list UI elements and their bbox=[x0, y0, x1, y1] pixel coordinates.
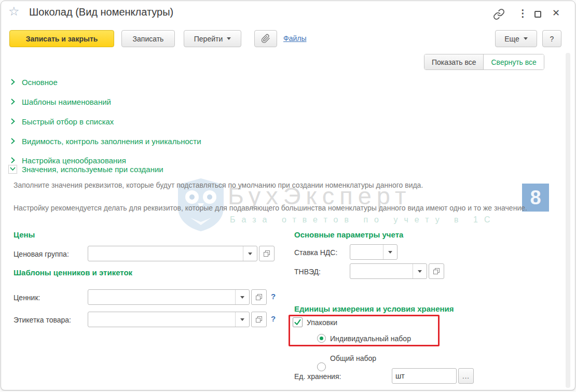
storage-unit-input[interactable] bbox=[392, 369, 456, 383]
goto-button[interactable]: Перейти bbox=[184, 30, 241, 47]
open-list-icon bbox=[255, 293, 263, 301]
chevron-right-icon bbox=[9, 118, 16, 125]
save-and-close-label: Записать и закрыть bbox=[26, 35, 98, 43]
chevron-focus-box bbox=[8, 165, 17, 174]
attachments-button[interactable] bbox=[254, 30, 277, 47]
vat-rate-label: Ставка НДС: bbox=[294, 248, 337, 257]
packages-label[interactable]: Упаковки bbox=[307, 318, 337, 327]
storage-unit-field[interactable] bbox=[392, 368, 457, 384]
product-label-label: Этикетка товара: bbox=[13, 316, 71, 324]
chevron-down-icon bbox=[248, 253, 252, 255]
tag-templates-heading: Шаблоны ценников и этикеток bbox=[13, 268, 132, 277]
open-list-icon bbox=[263, 250, 270, 257]
price-tag-open-button[interactable] bbox=[251, 289, 267, 305]
chevron-right-icon bbox=[9, 78, 16, 86]
open-list-icon bbox=[255, 316, 263, 323]
favorite-star-icon[interactable]: ☆ bbox=[8, 5, 20, 18]
chevron-down-icon bbox=[227, 37, 231, 40]
storage-unit-select-button[interactable]: ... bbox=[458, 368, 474, 384]
storage-unit-label: Ед. хранения: bbox=[294, 372, 341, 381]
product-label-help[interactable]: ? bbox=[271, 314, 276, 323]
product-label-field[interactable] bbox=[88, 312, 250, 327]
collapse-all-button[interactable]: Свернуть все bbox=[484, 54, 543, 69]
show-all-button[interactable]: Показать все bbox=[424, 54, 484, 69]
tnved-input[interactable] bbox=[350, 264, 413, 278]
chevron-down-icon bbox=[240, 296, 244, 299]
form-window: БухЭксперт 8 База ответов по учету в 1С … bbox=[1, 1, 575, 390]
section-label: Шаблоны наименований bbox=[22, 97, 111, 106]
accounting-heading: Основные параметры учета bbox=[294, 230, 403, 239]
view-controls: Показать все Свернуть все bbox=[424, 54, 544, 70]
chevron-down-icon bbox=[418, 270, 422, 273]
vat-rate-field[interactable] bbox=[350, 244, 397, 260]
description-para2: Настройку рекомендуется делать для рекви… bbox=[13, 203, 543, 214]
section-label: Основное bbox=[22, 78, 58, 87]
dropdown-button[interactable] bbox=[413, 264, 427, 278]
units-heading: Единицы измерения и условия хранения bbox=[294, 304, 454, 313]
section-label: Видимость, контроль заполнения и уникаль… bbox=[22, 137, 201, 146]
dropdown-button[interactable] bbox=[235, 290, 249, 304]
section-link-visibility[interactable]: Видимость, контроль заполнения и уникаль… bbox=[9, 136, 201, 146]
save-label: Записать bbox=[133, 35, 164, 43]
paperclip-icon bbox=[261, 34, 270, 44]
chevron-right-icon bbox=[9, 157, 16, 164]
close-icon[interactable]: ✕ bbox=[552, 8, 560, 18]
open-list-icon bbox=[433, 268, 440, 275]
files-link[interactable]: Файлы bbox=[283, 34, 306, 43]
window-title: Шоколад (Вид номенклатуры) bbox=[29, 6, 173, 18]
section-label: Настройка ценообразования bbox=[22, 156, 126, 165]
price-group-label: Ценовая группа: bbox=[13, 250, 69, 258]
section-link-quick-filter[interactable]: Быстрый отбор в списках bbox=[9, 116, 114, 127]
more-label: Еще bbox=[504, 35, 519, 43]
check-icon bbox=[294, 318, 301, 326]
save-button[interactable]: Записать bbox=[121, 30, 175, 47]
chevron-down-icon bbox=[524, 37, 528, 40]
section-link-main[interactable]: Основное bbox=[9, 77, 58, 87]
watermark-tagline: База ответов по учету в 1С bbox=[230, 215, 497, 225]
section-label: Значения, используемые при создании bbox=[22, 165, 163, 174]
save-and-close-button[interactable]: Записать и закрыть bbox=[9, 30, 114, 47]
chevron-down-icon bbox=[388, 251, 392, 254]
more-menu-dots-icon[interactable]: ⋮ bbox=[518, 8, 528, 18]
price-group-open-button[interactable] bbox=[259, 246, 275, 261]
chevron-down-icon bbox=[240, 318, 244, 321]
tnved-label: ТНВЭД: bbox=[294, 268, 321, 276]
product-label-open-button[interactable] bbox=[251, 312, 267, 327]
vertical-scrollbar[interactable] bbox=[566, 53, 570, 388]
price-group-input[interactable] bbox=[88, 246, 243, 261]
chevron-down-icon bbox=[9, 166, 16, 172]
product-label-input[interactable] bbox=[88, 312, 235, 327]
dropdown-button[interactable] bbox=[243, 246, 257, 261]
chevron-right-icon bbox=[9, 98, 16, 105]
chevron-right-icon bbox=[9, 137, 16, 145]
vat-rate-input[interactable] bbox=[350, 245, 383, 259]
price-tag-help[interactable]: ? bbox=[271, 292, 276, 301]
prices-heading: Цены bbox=[13, 230, 35, 239]
more-button[interactable]: Еще bbox=[495, 30, 537, 47]
packages-checkbox[interactable] bbox=[293, 317, 303, 327]
individual-set-label[interactable]: Индивидуальный набор bbox=[330, 334, 411, 343]
dropdown-button[interactable] bbox=[383, 245, 397, 259]
section-label: Быстрый отбор в списках bbox=[22, 117, 114, 126]
tnved-field[interactable] bbox=[350, 263, 427, 279]
individual-set-radio[interactable] bbox=[317, 334, 326, 343]
price-tag-label: Ценник: bbox=[13, 293, 40, 302]
maximize-icon[interactable] bbox=[534, 11, 541, 18]
price-tag-input[interactable] bbox=[88, 290, 235, 304]
price-group-field[interactable] bbox=[88, 246, 257, 261]
get-link-icon[interactable] bbox=[493, 8, 505, 20]
common-set-radio[interactable] bbox=[317, 362, 326, 371]
description-para1: Заполните значения реквизитов, которые б… bbox=[13, 180, 538, 191]
dropdown-button[interactable] bbox=[235, 312, 249, 327]
goto-label: Перейти bbox=[194, 35, 223, 43]
common-set-label[interactable]: Общий набор bbox=[330, 354, 376, 362]
section-link-name-templates[interactable]: Шаблоны наименований bbox=[9, 96, 111, 107]
help-button[interactable]: ? bbox=[542, 30, 561, 47]
tnved-open-button[interactable] bbox=[429, 263, 444, 279]
help-label: ? bbox=[550, 35, 554, 43]
section-link-default-values[interactable]: Значения, используемые при создании bbox=[8, 164, 163, 174]
price-tag-field[interactable] bbox=[88, 289, 250, 305]
